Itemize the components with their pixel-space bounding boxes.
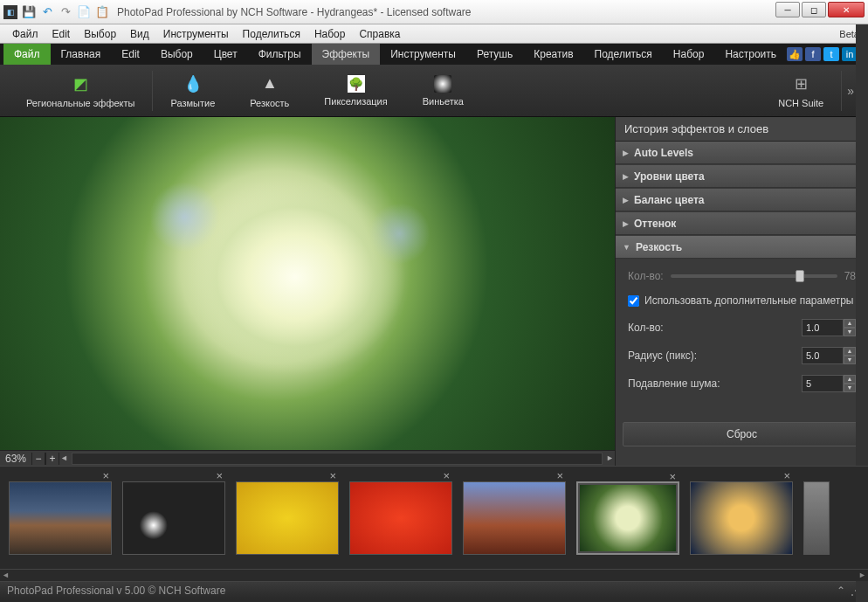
amount2-label: Кол-во: bbox=[628, 322, 664, 334]
menu-tools[interactable]: Инструменты bbox=[156, 26, 236, 42]
blur-icon: 💧 bbox=[183, 73, 203, 94]
canvas[interactable] bbox=[0, 117, 615, 450]
close-icon[interactable]: × bbox=[102, 469, 109, 482]
window-title: PhotoPad Professional by NCH Software - … bbox=[117, 6, 472, 18]
ribbon-tab-config[interactable]: Настроить bbox=[714, 44, 787, 65]
menu-suite[interactable]: Набор bbox=[307, 26, 353, 42]
menu-select[interactable]: Выбор bbox=[77, 26, 123, 42]
menu-view[interactable]: Вид bbox=[123, 26, 156, 42]
thumb-image bbox=[237, 482, 338, 554]
layer-sharpness[interactable]: ▼Резкость× bbox=[616, 236, 868, 259]
close-icon[interactable]: × bbox=[329, 469, 336, 482]
thumbnail-strip: × × × × × × × bbox=[0, 466, 868, 569]
ribbon-tab-color[interactable]: Цвет bbox=[203, 44, 248, 65]
ribbon-tab-share[interactable]: Поделиться bbox=[584, 44, 663, 65]
pixelate-icon: 🌳 bbox=[348, 75, 365, 93]
thumbnail[interactable]: × bbox=[122, 481, 225, 555]
blur-button[interactable]: 💧 Размытие bbox=[153, 65, 232, 116]
close-icon[interactable]: × bbox=[556, 469, 563, 482]
titlebar: ◧ 💾 ↶ ↷ 📄 📋 PhotoPad Professional by NCH… bbox=[0, 0, 868, 24]
spin-up-icon[interactable]: ▲ bbox=[844, 319, 856, 328]
thumb-image bbox=[464, 482, 565, 554]
regional-effects-button[interactable]: ◩ Региональные эффекты bbox=[9, 65, 152, 116]
ribbon-tab-creative[interactable]: Креатив bbox=[523, 44, 583, 65]
ribbon-tab-suite[interactable]: Набор bbox=[663, 44, 715, 65]
new-icon[interactable]: 📄 bbox=[76, 4, 92, 20]
thumbnail[interactable]: × bbox=[349, 481, 452, 555]
horizontal-scrollbar[interactable] bbox=[72, 453, 603, 465]
close-icon[interactable]: × bbox=[669, 470, 676, 483]
zoom-bar: 63% − + bbox=[0, 450, 615, 466]
effects-panel: История эффектов и слоев ▶Auto Levels× ▶… bbox=[615, 117, 868, 466]
thumbnail-scrollbar[interactable] bbox=[0, 569, 868, 581]
advanced-checkbox-input[interactable] bbox=[628, 295, 639, 307]
canvas-area: 63% − + bbox=[0, 117, 615, 466]
thumb-image bbox=[580, 485, 676, 551]
panel-body: ▶Auto Levels× ▶Уровни цвета× ▶Баланс цве… bbox=[616, 142, 868, 466]
expand-icon: ▶ bbox=[623, 172, 629, 181]
maximize-button[interactable]: ◻ bbox=[802, 2, 826, 17]
redo-icon[interactable]: ↷ bbox=[58, 4, 73, 20]
menu-edit[interactable]: Edit bbox=[45, 26, 78, 42]
thumbnail[interactable]: × bbox=[9, 481, 112, 555]
collapse-icon: ▼ bbox=[623, 243, 630, 252]
amount-slider[interactable] bbox=[671, 274, 837, 278]
amount2-input[interactable] bbox=[802, 319, 844, 336]
chevron-up-icon[interactable]: ⌃ bbox=[837, 585, 845, 597]
layer-color-levels[interactable]: ▶Уровни цвета× bbox=[616, 165, 868, 188]
zoom-in-button[interactable]: + bbox=[45, 453, 59, 465]
spin-up-icon[interactable]: ▲ bbox=[844, 347, 856, 356]
thumb-image bbox=[691, 482, 792, 554]
layer-auto-levels[interactable]: ▶Auto Levels× bbox=[616, 142, 868, 164]
layer-hue[interactable]: ▶Оттенок× bbox=[616, 212, 868, 235]
ribbon: ◩ Региональные эффекты 💧 Размытие ▲ Резк… bbox=[0, 65, 868, 117]
menu-file[interactable]: Файл bbox=[5, 26, 45, 42]
reset-button[interactable]: Сброс bbox=[623, 422, 861, 446]
thumb-image bbox=[10, 482, 111, 554]
noise-input[interactable] bbox=[802, 375, 844, 392]
paste-icon[interactable]: 📋 bbox=[94, 4, 110, 20]
facebook-icon[interactable]: f bbox=[805, 47, 821, 61]
quick-access-toolbar: 💾 ↶ ↷ 📄 📋 bbox=[21, 4, 110, 20]
spin-down-icon[interactable]: ▼ bbox=[844, 328, 856, 336]
menu-help[interactable]: Справка bbox=[352, 26, 407, 42]
ribbon-tab-retouch[interactable]: Ретушь bbox=[466, 44, 523, 65]
spin-up-icon[interactable]: ▲ bbox=[844, 375, 856, 384]
image-preview bbox=[0, 117, 615, 450]
pixelate-button[interactable]: 🌳 Пикселизация bbox=[307, 65, 404, 116]
thumbnail[interactable]: × bbox=[463, 481, 566, 555]
sharpen-button[interactable]: ▲ Резкость bbox=[232, 65, 307, 116]
thumbnail[interactable]: × bbox=[690, 481, 793, 555]
spin-down-icon[interactable]: ▼ bbox=[844, 384, 856, 392]
thumbnail[interactable]: × bbox=[236, 481, 339, 555]
save-icon[interactable]: 💾 bbox=[21, 4, 37, 20]
vignette-button[interactable]: Виньетка bbox=[405, 65, 481, 116]
twitter-icon[interactable]: t bbox=[823, 47, 839, 61]
nch-suite-button[interactable]: ⊞ NCH Suite bbox=[761, 65, 841, 116]
advanced-checkbox[interactable]: Использовать дополнительные параметры bbox=[628, 294, 856, 307]
ribbon-tab-select[interactable]: Выбор bbox=[150, 44, 203, 65]
ribbon-tab-home[interactable]: Главная bbox=[51, 44, 112, 65]
zoom-out-button[interactable]: − bbox=[31, 453, 45, 465]
close-icon[interactable]: × bbox=[216, 469, 223, 482]
minimize-button[interactable]: ─ bbox=[775, 2, 800, 17]
layer-color-balance[interactable]: ▶Баланс цвета× bbox=[616, 189, 868, 211]
thumbnail[interactable] bbox=[803, 481, 830, 555]
close-icon[interactable]: × bbox=[443, 469, 450, 482]
slider-knob[interactable] bbox=[796, 270, 804, 282]
noise-label: Подавление шума: bbox=[628, 377, 720, 390]
statusbar: PhotoPad Professional v 5.00 © NCH Softw… bbox=[0, 581, 868, 599]
thumbnail-selected[interactable]: × bbox=[576, 481, 679, 555]
like-icon[interactable]: 👍 bbox=[787, 47, 803, 61]
ribbon-tab-tools[interactable]: Инструменты bbox=[380, 44, 466, 65]
close-icon[interactable]: × bbox=[783, 469, 790, 482]
radius-input[interactable] bbox=[802, 347, 844, 364]
ribbon-tab-edit[interactable]: Edit bbox=[111, 44, 150, 65]
menu-share[interactable]: Поделиться bbox=[236, 26, 307, 42]
ribbon-tab-effects[interactable]: Эффекты bbox=[312, 44, 381, 65]
ribbon-tab-filters[interactable]: Фильтры bbox=[248, 44, 312, 65]
spin-down-icon[interactable]: ▼ bbox=[844, 356, 856, 364]
undo-icon[interactable]: ↶ bbox=[39, 4, 55, 20]
close-button[interactable]: ✕ bbox=[828, 2, 865, 17]
ribbon-tab-file[interactable]: Файл bbox=[3, 44, 51, 65]
